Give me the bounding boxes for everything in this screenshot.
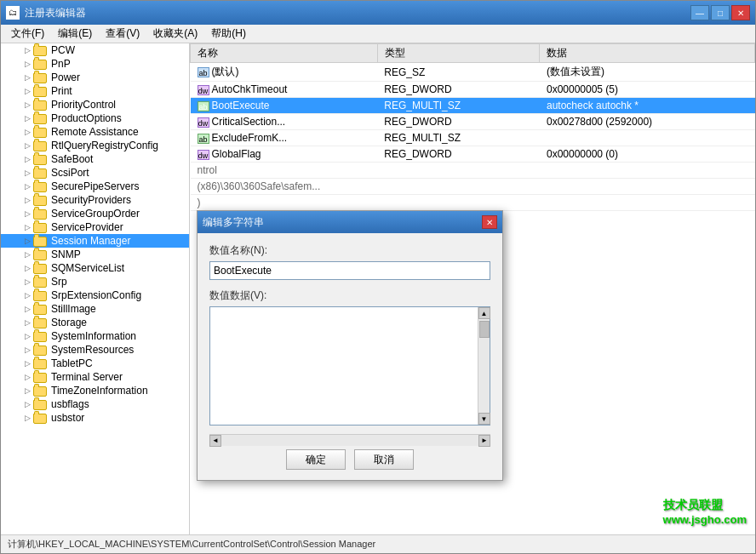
expand-icon[interactable]: ▷ — [21, 208, 33, 220]
expand-icon[interactable]: ▷ — [21, 344, 33, 356]
expand-icon[interactable]: ▷ — [21, 180, 33, 192]
expand-icon[interactable]: ▷ — [21, 357, 33, 369]
tree-item[interactable]: ▷PriorityControl — [1, 98, 189, 111]
menu-view[interactable]: 查看(V) — [99, 25, 146, 43]
data-textarea[interactable] — [210, 307, 478, 425]
expand-icon[interactable]: ▷ — [21, 276, 33, 288]
tree-item[interactable]: ▷SecurityProviders — [1, 193, 189, 207]
menu-help[interactable]: 帮助(H) — [204, 25, 253, 43]
tree-item[interactable]: ▷TimeZoneInformation — [1, 384, 189, 397]
expand-icon[interactable]: ▷ — [21, 385, 33, 397]
table-row[interactable]: dwGlobalFlagREG_DWORD0x00000000 (0) — [191, 146, 755, 163]
expand-icon[interactable]: ▷ — [21, 317, 33, 328]
expand-icon[interactable]: ▷ — [21, 71, 33, 83]
ok-button[interactable]: 确定 — [286, 449, 346, 470]
tree-item[interactable]: ▷usbstor — [1, 411, 189, 425]
expand-icon[interactable]: ▷ — [21, 58, 33, 70]
table-row[interactable]: ab(默认)REG_SZ(数值未设置) — [191, 63, 755, 82]
tree-item[interactable]: ▷Srp — [1, 275, 189, 288]
expand-icon[interactable]: ▷ — [21, 112, 33, 124]
table-row[interactable]: abBootExecuteREG_MULTI_SZautocheck autoc… — [191, 98, 755, 114]
table-row[interactable]: (x86)\360\360Safe\safem... — [191, 179, 755, 195]
dialog-close-button[interactable]: ✕ — [482, 215, 497, 229]
tree-item-label: SNMP — [51, 248, 81, 260]
tree-item[interactable]: ▷ServiceProvider — [1, 220, 189, 234]
tree-item[interactable]: ▷Remote Assistance — [1, 125, 189, 139]
tree-item[interactable]: ▷SQMServiceList — [1, 261, 189, 275]
minimize-button[interactable]: — — [690, 5, 709, 20]
vertical-scrollbar[interactable]: ▲ ▼ — [478, 307, 490, 425]
tree-item[interactable]: ▷PCW — [1, 43, 189, 57]
cancel-button[interactable]: 取消 — [354, 449, 414, 470]
scroll-left-arrow[interactable]: ◄ — [209, 435, 221, 447]
tree-item[interactable]: ▷Power — [1, 71, 189, 84]
maximize-button[interactable]: □ — [711, 5, 730, 20]
tree-item[interactable]: ▷Print — [1, 84, 189, 98]
cell-data — [540, 130, 755, 146]
name-input[interactable] — [209, 261, 490, 280]
expand-icon[interactable]: ▷ — [21, 44, 33, 56]
cell-data: autocheck autochk * — [540, 98, 755, 114]
expand-icon[interactable]: ▷ — [21, 371, 33, 383]
expand-icon[interactable]: ▷ — [21, 85, 33, 97]
tree-item[interactable]: ▷PnP — [1, 57, 189, 71]
expand-icon[interactable]: ▷ — [21, 289, 33, 301]
cell-type: REG_MULTI_SZ — [377, 98, 540, 114]
expand-icon[interactable]: ▷ — [21, 248, 33, 260]
expand-icon[interactable]: ▷ — [21, 99, 33, 111]
tree-item[interactable]: ▷StillImage — [1, 302, 189, 316]
expand-icon[interactable]: ▷ — [21, 412, 33, 424]
horizontal-scrollbar[interactable]: ◄ ► — [209, 434, 490, 446]
tree-item-label: SQMServiceList — [51, 262, 124, 274]
tree-item[interactable]: ▷SystemResources — [1, 343, 189, 357]
tree-item[interactable]: ▷SecurePipeServers — [1, 180, 189, 193]
menu-edit[interactable]: 编辑(E) — [51, 25, 99, 43]
table-row[interactable]: ntrol — [191, 163, 755, 179]
tree-item-label: SecurityProviders — [51, 194, 131, 206]
tree-item[interactable]: ▷ServiceGroupOrder — [1, 207, 189, 220]
scroll-up-arrow[interactable]: ▲ — [478, 307, 490, 319]
expand-icon[interactable]: ▷ — [21, 330, 33, 342]
tree-item[interactable]: ▷Storage — [1, 316, 189, 329]
tree-item[interactable]: ▷SafeBoot — [1, 152, 189, 166]
tree-item[interactable]: ▷SNMP — [1, 248, 189, 261]
tree-item-label: PriorityControl — [51, 99, 116, 111]
cell-type: REG_DWORD — [377, 114, 540, 130]
cell-name: ab(默认) — [191, 63, 378, 82]
expand-icon[interactable]: ▷ — [21, 221, 33, 233]
expand-icon[interactable]: ▷ — [21, 167, 33, 179]
tree-item[interactable]: ▷SrpExtensionConfig — [1, 288, 189, 302]
expand-icon[interactable]: ▷ — [21, 303, 33, 315]
scroll-down-arrow[interactable]: ▼ — [478, 413, 490, 425]
tree-item[interactable]: ▷SystemInformation — [1, 329, 189, 343]
registry-table: 名称 类型 数据 ab(默认)REG_SZ(数值未设置)dwAutoChkTim… — [190, 43, 755, 211]
scroll-right-arrow[interactable]: ► — [478, 435, 490, 447]
table-row[interactable]: dwAutoChkTimeoutREG_DWORD0x00000005 (5) — [191, 82, 755, 98]
tree-item[interactable]: ▷RtlQueryRegistryConfig — [1, 139, 189, 152]
dialog-body: 数值名称(N): 数值数据(V): ▲ ▼ ◄ ► — [198, 233, 502, 480]
reg-type-icon: dw — [198, 85, 209, 95]
tree-item[interactable]: ▷usbflags — [1, 397, 189, 411]
col-name: 名称 — [191, 44, 378, 63]
table-row[interactable]: ) — [191, 195, 755, 211]
expand-icon[interactable]: ▷ — [21, 153, 33, 165]
expand-icon[interactable]: ▷ — [21, 262, 33, 274]
tree-item[interactable]: ▷Terminal Server — [1, 370, 189, 384]
table-row[interactable]: abExcludeFromK...REG_MULTI_SZ — [191, 130, 755, 146]
expand-icon[interactable]: ▷ — [21, 398, 33, 410]
close-button[interactable]: ✕ — [731, 5, 750, 20]
menu-favorites[interactable]: 收藏夹(A) — [146, 25, 204, 43]
expand-icon[interactable]: ▷ — [21, 194, 33, 206]
window-title: 注册表编辑器 — [25, 6, 690, 20]
tree-item[interactable]: ▷ProductOptions — [1, 111, 189, 125]
tree-panel: ▷PCW▷PnP▷Power▷Print▷PriorityControl▷Pro… — [1, 43, 190, 534]
menu-file[interactable]: 文件(F) — [4, 25, 51, 43]
tree-item[interactable]: ▷ScsiPort — [1, 166, 189, 180]
table-row[interactable]: dwCriticalSection...REG_DWORD0x00278d00 … — [191, 114, 755, 130]
expand-icon[interactable]: ▷ — [21, 126, 33, 138]
tree-item[interactable]: ▷Session Manager — [1, 234, 189, 248]
expand-icon[interactable]: ▷ — [21, 140, 33, 151]
scroll-thumb[interactable] — [479, 321, 490, 338]
tree-item[interactable]: ▷TabletPC — [1, 357, 189, 370]
expand-icon[interactable]: ▷ — [21, 235, 33, 247]
